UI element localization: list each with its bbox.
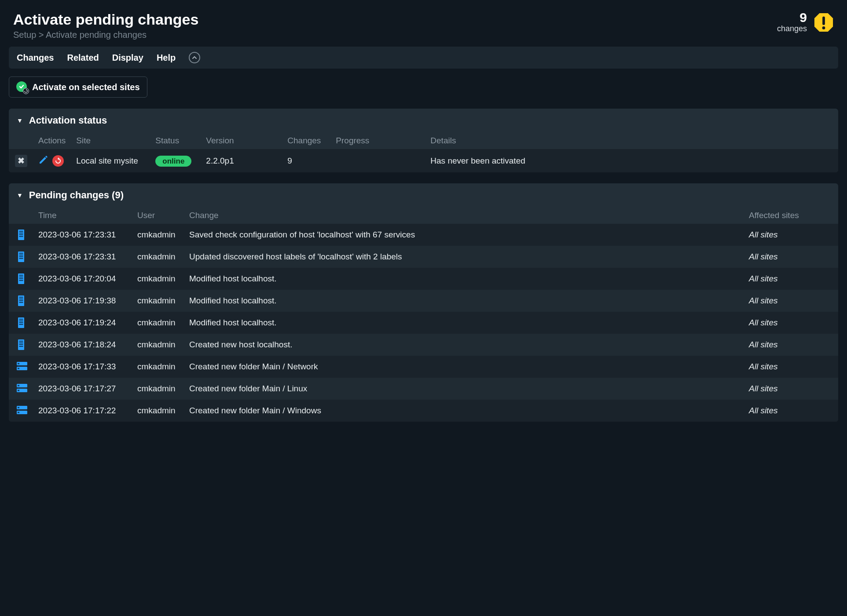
menu-help[interactable]: Help bbox=[157, 53, 176, 63]
svg-rect-19 bbox=[19, 297, 23, 298]
deselect-icon[interactable]: ✖ bbox=[15, 155, 27, 167]
change-user: cmkadmin bbox=[132, 246, 184, 268]
col-changes: Changes bbox=[282, 132, 330, 149]
activation-status-title: Activation status bbox=[29, 115, 107, 126]
col-status: Status bbox=[150, 132, 201, 149]
host-icon bbox=[16, 229, 26, 241]
col-blank bbox=[9, 132, 33, 149]
svg-rect-27 bbox=[19, 324, 23, 325]
change-text: Modified host localhost. bbox=[184, 290, 744, 312]
svg-rect-16 bbox=[19, 278, 23, 279]
affected-sites: All sites bbox=[744, 378, 838, 400]
changes-badge[interactable]: 9 changes bbox=[777, 11, 807, 33]
svg-rect-9 bbox=[19, 253, 23, 254]
change-user: cmkadmin bbox=[132, 334, 184, 356]
change-time: 2023-03-06 17:23:31 bbox=[33, 246, 132, 268]
change-time: 2023-03-06 17:17:33 bbox=[33, 356, 132, 378]
changes-value: 9 bbox=[282, 149, 330, 172]
col-change: Change bbox=[184, 207, 744, 224]
col-user: User bbox=[132, 207, 184, 224]
svg-rect-38 bbox=[18, 385, 19, 386]
svg-rect-42 bbox=[18, 407, 19, 408]
folder-icon bbox=[16, 361, 26, 372]
activation-status-panel: ▼ Activation status Actions Site Status … bbox=[9, 109, 838, 172]
host-icon bbox=[16, 273, 26, 284]
page-header: Activate pending changes Setup > Activat… bbox=[9, 9, 838, 47]
svg-rect-30 bbox=[19, 343, 23, 343]
changes-count: 9 bbox=[777, 11, 807, 24]
change-time: 2023-03-06 17:19:24 bbox=[33, 312, 132, 334]
table-row: 2023-03-06 17:18:24cmkadminCreated new h… bbox=[9, 334, 838, 356]
pending-changes-header[interactable]: ▼ Pending changes (9) bbox=[9, 183, 838, 207]
change-text: Created new folder Main / Windows bbox=[184, 400, 744, 422]
header-right: 9 changes bbox=[777, 11, 834, 33]
col-time: Time bbox=[33, 207, 132, 224]
change-text: Modified host localhost. bbox=[184, 268, 744, 290]
col-blank bbox=[9, 207, 33, 224]
host-icon bbox=[16, 339, 26, 350]
change-time: 2023-03-06 17:19:38 bbox=[33, 290, 132, 312]
table-row: 2023-03-06 17:17:22cmkadminCreated new f… bbox=[9, 400, 838, 422]
change-user: cmkadmin bbox=[132, 224, 184, 246]
svg-rect-22 bbox=[19, 302, 23, 303]
menu-related[interactable]: Related bbox=[67, 53, 99, 63]
change-time: 2023-03-06 17:18:24 bbox=[33, 334, 132, 356]
activation-status-header[interactable]: ▼ Activation status bbox=[9, 109, 838, 132]
change-time: 2023-03-06 17:17:22 bbox=[33, 400, 132, 422]
change-user: cmkadmin bbox=[132, 378, 184, 400]
col-details: Details bbox=[425, 132, 838, 149]
col-actions: Actions bbox=[33, 132, 71, 149]
col-affected: Affected sites bbox=[744, 207, 838, 224]
activate-on-selected-sites-button[interactable]: Activate on selected sites bbox=[9, 77, 147, 98]
header-left: Activate pending changes Setup > Activat… bbox=[13, 11, 198, 40]
change-text: Created new folder Main / Linux bbox=[184, 378, 744, 400]
svg-rect-5 bbox=[19, 233, 23, 233]
affected-sites: All sites bbox=[744, 290, 838, 312]
svg-rect-40 bbox=[18, 390, 19, 391]
activation-row: ✖ Local site mysite online 2.2.0p1 9 bbox=[9, 149, 838, 172]
warning-icon[interactable] bbox=[814, 12, 834, 33]
affected-sites: All sites bbox=[744, 246, 838, 268]
edit-icon[interactable] bbox=[38, 154, 49, 167]
change-user: cmkadmin bbox=[132, 312, 184, 334]
pending-changes-panel: ▼ Pending changes (9) Time User Change A… bbox=[9, 183, 838, 422]
activation-status-table: Actions Site Status Version Changes Prog… bbox=[9, 132, 838, 172]
svg-rect-17 bbox=[19, 280, 23, 281]
change-user: cmkadmin bbox=[132, 400, 184, 422]
svg-rect-36 bbox=[18, 368, 19, 369]
table-row: 2023-03-06 17:17:33cmkadminCreated new f… bbox=[9, 356, 838, 378]
svg-rect-31 bbox=[19, 344, 23, 345]
affected-sites: All sites bbox=[744, 400, 838, 422]
folder-icon bbox=[16, 405, 26, 416]
pending-changes-table: Time User Change Affected sites 2023-03-… bbox=[9, 207, 838, 422]
collapse-toggle-icon[interactable] bbox=[189, 52, 200, 63]
svg-rect-32 bbox=[19, 346, 23, 347]
table-row: 2023-03-06 17:23:31cmkadminUpdated disco… bbox=[9, 246, 838, 268]
changes-label: changes bbox=[777, 24, 807, 33]
restart-icon[interactable] bbox=[52, 155, 64, 167]
change-time: 2023-03-06 17:17:27 bbox=[33, 378, 132, 400]
svg-rect-26 bbox=[19, 322, 23, 323]
change-text: Modified host localhost. bbox=[184, 312, 744, 334]
menubar: Changes Related Display Help bbox=[9, 47, 838, 69]
menu-display[interactable]: Display bbox=[112, 53, 143, 63]
breadcrumb[interactable]: Setup > Activate pending changes bbox=[13, 30, 198, 40]
svg-rect-11 bbox=[19, 256, 23, 257]
affected-sites: All sites bbox=[744, 334, 838, 356]
change-user: cmkadmin bbox=[132, 290, 184, 312]
svg-rect-14 bbox=[19, 275, 23, 276]
svg-point-2 bbox=[822, 26, 825, 29]
change-time: 2023-03-06 17:23:31 bbox=[33, 224, 132, 246]
col-version: Version bbox=[201, 132, 282, 149]
svg-rect-15 bbox=[19, 277, 23, 277]
col-site: Site bbox=[71, 132, 150, 149]
svg-rect-20 bbox=[19, 299, 23, 299]
table-row: 2023-03-06 17:20:04cmkadminModified host… bbox=[9, 268, 838, 290]
host-icon bbox=[16, 251, 26, 262]
svg-rect-1 bbox=[822, 16, 825, 25]
pending-changes-title: Pending changes (9) bbox=[29, 190, 124, 201]
col-progress: Progress bbox=[330, 132, 425, 149]
activate-button-label: Activate on selected sites bbox=[32, 82, 140, 92]
menu-changes[interactable]: Changes bbox=[17, 53, 54, 63]
change-user: cmkadmin bbox=[132, 268, 184, 290]
